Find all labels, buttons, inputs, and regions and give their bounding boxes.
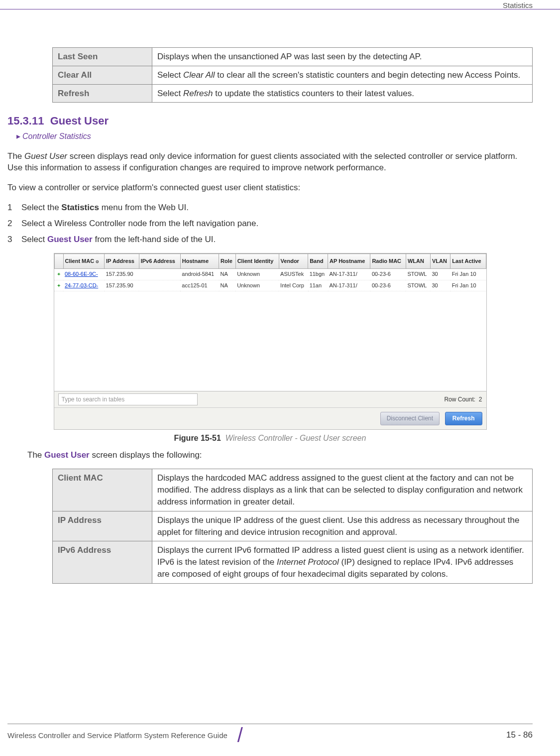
footer-guide-title: Wireless Controller and Service Platform… bbox=[7, 730, 227, 741]
refresh-button[interactable]: Refresh bbox=[445, 412, 482, 425]
breadcrumb: ▸Controller Statistics bbox=[16, 131, 533, 142]
lead-in-paragraph: To view a controller or service platform… bbox=[7, 182, 533, 194]
client-mac-link[interactable]: 24-77-03-CD- bbox=[65, 282, 98, 288]
table-search-input[interactable]: Type to search in tables bbox=[58, 393, 198, 406]
table-row: Last Seen Displays when the unsanctioned… bbox=[53, 48, 533, 66]
table-row[interactable]: ✦ 08-60-6E-9C- 157.235.90 android-5841 N… bbox=[54, 269, 486, 280]
header-section-label: Statistics bbox=[503, 0, 533, 10]
col-header[interactable]: IP Address bbox=[105, 254, 139, 269]
col-header[interactable]: Vendor bbox=[279, 254, 308, 269]
after-figure-text: The Guest User screen displays the follo… bbox=[27, 449, 533, 461]
row-desc: Displays when the unsanctioned AP was la… bbox=[152, 48, 533, 66]
row-desc: Displays the hardcoded MAC address assig… bbox=[152, 469, 533, 511]
breadcrumb-arrow-icon: ▸ bbox=[16, 132, 20, 140]
top-definition-table: Last Seen Displays when the unsanctioned… bbox=[52, 47, 533, 103]
col-header-icon[interactable] bbox=[54, 254, 63, 269]
col-header[interactable]: Role bbox=[219, 254, 236, 269]
col-header[interactable]: Client Identity bbox=[235, 254, 279, 269]
col-header[interactable]: AP Hostname bbox=[328, 254, 370, 269]
disconnect-client-button[interactable]: Disconnect Client bbox=[380, 412, 440, 425]
client-status-icon: ✦ bbox=[57, 271, 61, 277]
procedure-steps: 1 Select the Statistics menu from the We… bbox=[7, 202, 533, 245]
row-label: Refresh bbox=[53, 84, 152, 103]
row-count-label: Row Count: 2 bbox=[444, 395, 482, 404]
footer-divider-icon: / bbox=[237, 730, 243, 740]
guest-user-table: Client MAC ⊙ IP Address IPv6 Address Hos… bbox=[54, 253, 486, 390]
row-desc: Displays the current IPv6 formatted IP a… bbox=[152, 541, 533, 583]
table-row: IP Address Displays the unique IP addres… bbox=[53, 511, 533, 541]
table-row: IPv6 Address Displays the current IPv6 f… bbox=[53, 541, 533, 583]
col-header[interactable]: Last Active bbox=[450, 254, 486, 269]
section-heading: 15.3.11 Guest User bbox=[7, 114, 533, 129]
step-item: 2 Select a Wireless Controller node from… bbox=[7, 218, 533, 230]
col-header[interactable]: Hostname bbox=[180, 254, 219, 269]
row-label: Client MAC bbox=[53, 469, 152, 511]
row-label: Last Seen bbox=[53, 48, 152, 66]
intro-paragraph: The Guest User screen displays read only… bbox=[7, 150, 533, 174]
client-mac-link[interactable]: 08-60-6E-9C- bbox=[65, 271, 98, 277]
col-header[interactable]: WLAN bbox=[406, 254, 430, 269]
table-row[interactable]: ✦ 24-77-03-CD- 157.235.90 acc125-01 NA U… bbox=[54, 280, 486, 291]
embedded-screenshot: Client MAC ⊙ IP Address IPv6 Address Hos… bbox=[54, 253, 487, 430]
row-label: IPv6 Address bbox=[53, 541, 152, 583]
footer-page-number: 15 - 86 bbox=[506, 729, 533, 741]
row-desc: Displays the unique IP address of the gu… bbox=[152, 511, 533, 541]
col-header[interactable]: Radio MAC bbox=[370, 254, 406, 269]
table-row: Client MAC Displays the hardcoded MAC ad… bbox=[53, 469, 533, 511]
table-row: Clear All Select Clear All to clear all … bbox=[53, 66, 533, 84]
client-status-icon: ✦ bbox=[57, 283, 61, 288]
col-header[interactable]: Band bbox=[308, 254, 328, 269]
row-desc: Select Clear All to clear all the screen… bbox=[152, 66, 533, 84]
bottom-definition-table: Client MAC Displays the hardcoded MAC ad… bbox=[52, 469, 533, 583]
row-label: Clear All bbox=[53, 66, 152, 84]
row-label: IP Address bbox=[53, 511, 152, 541]
step-item: 1 Select the Statistics menu from the We… bbox=[7, 202, 533, 214]
col-header[interactable]: Client MAC ⊙ bbox=[63, 254, 105, 269]
figure-caption: Figure 15-51 Wireless Controller - Guest… bbox=[7, 433, 533, 444]
step-item: 3 Select Guest User from the left-hand s… bbox=[7, 234, 533, 246]
row-desc: Select Refresh to update the statistics … bbox=[152, 84, 533, 103]
table-row: Refresh Select Refresh to update the sta… bbox=[53, 84, 533, 103]
col-header[interactable]: IPv6 Address bbox=[139, 254, 180, 269]
col-header[interactable]: VLAN bbox=[430, 254, 450, 269]
